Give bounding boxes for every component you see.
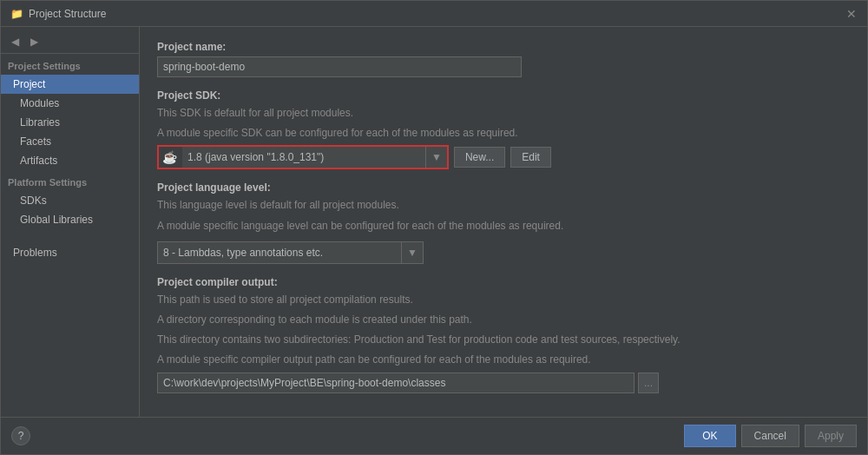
compiler-desc4: A module specific compiler output path c… bbox=[157, 352, 850, 368]
project-name-group: Project name: bbox=[157, 41, 850, 77]
project-settings-section-label: Project Settings bbox=[1, 54, 139, 75]
close-button[interactable]: ✕ bbox=[845, 7, 858, 21]
project-sdk-label: Project SDK: bbox=[157, 89, 850, 102]
lang-select-wrapper: 8 - Lambdas, type annotations etc. ▼ bbox=[157, 241, 424, 264]
cancel-button[interactable]: Cancel bbox=[741, 425, 799, 447]
sidebar-item-libraries[interactable]: Libraries bbox=[1, 113, 139, 132]
sidebar-item-sdks[interactable]: SDKs bbox=[1, 191, 139, 210]
sdk-row: ☕ 1.8 (java version "1.8.0_131") ▼ New..… bbox=[157, 145, 850, 169]
project-sdk-group: Project SDK: This SDK is default for all… bbox=[157, 89, 850, 169]
title-bar-left: 📁 Project Structure bbox=[10, 7, 106, 21]
sdk-dropdown-arrow[interactable]: ▼ bbox=[425, 147, 447, 168]
java-sdk-icon: ☕ bbox=[162, 150, 177, 164]
project-structure-dialog: 📁 Project Structure ✕ ◀ ▶ Project Settin… bbox=[0, 0, 868, 455]
edit-sdk-button[interactable]: Edit bbox=[510, 147, 551, 168]
main-content-area: ◀ ▶ Project Settings Project Modules Lib… bbox=[1, 27, 867, 417]
forward-button[interactable]: ▶ bbox=[25, 34, 43, 49]
help-button[interactable]: ? bbox=[11, 426, 30, 445]
ok-button[interactable]: OK bbox=[684, 425, 735, 447]
sidebar-item-artifacts[interactable]: Artifacts bbox=[1, 151, 139, 170]
sidebar-nav: ◀ ▶ bbox=[1, 30, 139, 54]
sidebar: ◀ ▶ Project Settings Project Modules Lib… bbox=[1, 27, 140, 417]
dialog-buttons: OK Cancel Apply bbox=[684, 425, 857, 447]
compiler-row: ... bbox=[157, 373, 850, 393]
dialog-title: Project Structure bbox=[29, 8, 106, 20]
sdk-desc2: A module specific SDK can be configured … bbox=[157, 125, 850, 142]
back-button[interactable]: ◀ bbox=[6, 34, 23, 49]
dialog-icon: 📁 bbox=[10, 7, 23, 21]
sidebar-item-project[interactable]: Project bbox=[1, 75, 139, 94]
main-panel: Project name: Project SDK: This SDK is d… bbox=[140, 27, 867, 417]
compiler-output-group: Project compiler output: This path is us… bbox=[157, 276, 850, 393]
compiler-desc3: This directory contains two subdirectori… bbox=[157, 332, 850, 348]
project-language-label: Project language level: bbox=[157, 181, 850, 194]
compiler-desc1: This path is used to store all project c… bbox=[157, 292, 850, 308]
lang-desc2: A module specific language level can be … bbox=[157, 218, 850, 234]
sidebar-item-problems[interactable]: Problems bbox=[1, 243, 139, 262]
project-name-label: Project name: bbox=[157, 41, 850, 53]
lang-dropdown-arrow[interactable]: ▼ bbox=[401, 242, 423, 263]
bottom-bar: ? OK Cancel Apply bbox=[1, 417, 867, 454]
sidebar-item-global-libraries[interactable]: Global Libraries bbox=[1, 210, 139, 229]
sdk-select-wrapper: ☕ 1.8 (java version "1.8.0_131") ▼ bbox=[157, 145, 449, 169]
sdk-desc1: This SDK is default for all project modu… bbox=[157, 105, 850, 122]
language-level-select[interactable]: 8 - Lambdas, type annotations etc. bbox=[158, 242, 401, 263]
platform-settings-section-label: Platform Settings bbox=[1, 170, 139, 191]
sdk-select[interactable]: 1.8 (java version "1.8.0_131") bbox=[182, 147, 425, 168]
browse-button[interactable]: ... bbox=[638, 373, 659, 393]
compiler-desc2: A directory corresponding to each module… bbox=[157, 312, 850, 328]
sidebar-item-facets[interactable]: Facets bbox=[1, 132, 139, 151]
apply-button[interactable]: Apply bbox=[805, 425, 857, 447]
compiler-output-input[interactable] bbox=[157, 373, 635, 393]
lang-desc1: This language level is default for all p… bbox=[157, 197, 850, 214]
project-language-group: Project language level: This language le… bbox=[157, 181, 850, 263]
title-bar: 📁 Project Structure ✕ bbox=[1, 1, 867, 27]
sdk-icon-container: ☕ bbox=[159, 150, 182, 164]
compiler-output-label: Project compiler output: bbox=[157, 276, 850, 288]
new-sdk-button[interactable]: New... bbox=[454, 147, 505, 168]
sidebar-item-modules[interactable]: Modules bbox=[1, 94, 139, 113]
project-name-input[interactable] bbox=[157, 56, 522, 77]
